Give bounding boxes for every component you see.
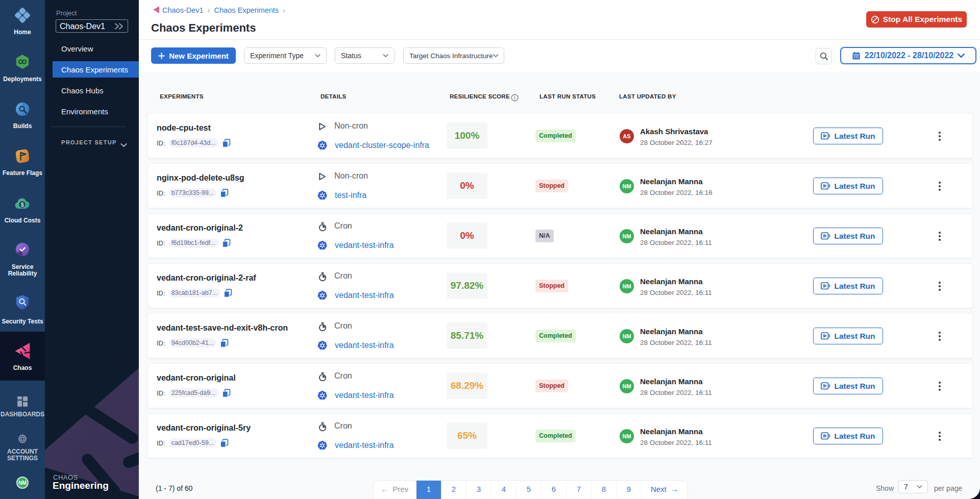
svg-text:$: $: [20, 202, 24, 208]
